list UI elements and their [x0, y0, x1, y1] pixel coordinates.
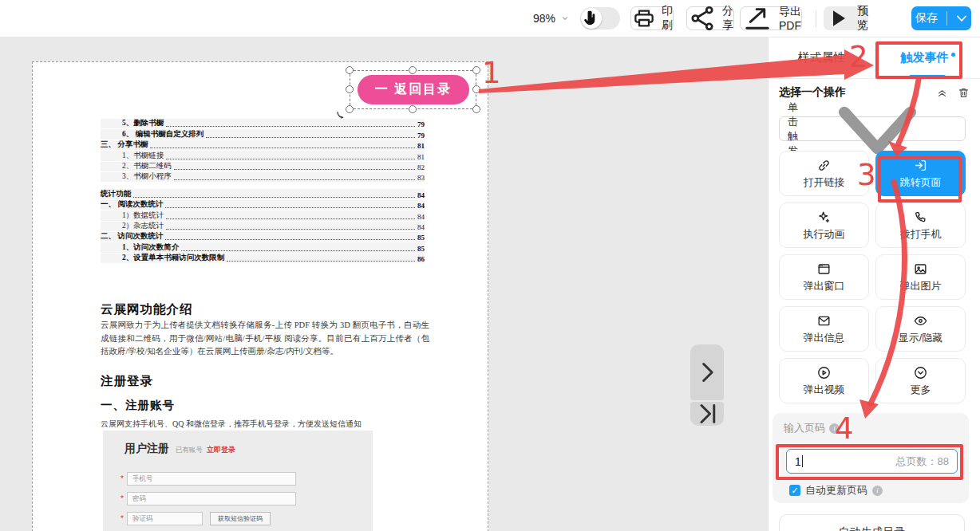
action-tile[interactable]: 弹出视频 [779, 358, 869, 403]
toc-entry-page: 84 [417, 191, 425, 199]
print-button[interactable]: 印刷 [630, 6, 674, 30]
action-tile-label: 显示/隐藏 [899, 331, 943, 345]
action-tile[interactable]: 弹出图片 [875, 254, 966, 300]
action-tile[interactable]: 弹出信息 [779, 306, 869, 352]
save-button[interactable]: 保存 [911, 6, 971, 30]
toc-entry: 5、删除书橱 79 [101, 119, 425, 128]
action-tile[interactable]: 显示/隐藏 [875, 306, 966, 352]
toc-entry-page: 81 [417, 142, 425, 150]
trigger-type-select[interactable]: 单击触发 [779, 116, 966, 141]
toc-leader-dots [181, 250, 415, 251]
action-tile-label: 更多 [911, 383, 931, 397]
document-page: 5、删除书橱 79 6、 编辑书橱自定义排列 79 三、 分享书橱 81 [32, 61, 488, 531]
intro-paragraph: 云展网致力于为上传者提供文档转换存储服务-上传 PDF 转换为 3D 翻页电子书… [101, 319, 429, 359]
selection-handle-nw[interactable] [346, 66, 354, 74]
action-tile-label: 打开链接 [804, 175, 845, 190]
toc-entry-page: 85 [417, 234, 425, 242]
toc-leader-dots [166, 159, 415, 159]
toc-leader-dots [174, 179, 415, 180]
toc-entry-label: 1）数据统计 [122, 210, 164, 221]
selection-handle-e[interactable] [472, 85, 480, 93]
register-sub-heading: 一、注册账号 [101, 398, 175, 413]
delete-action-icon[interactable] [957, 86, 970, 100]
action-tile-label: 弹出窗口 [804, 279, 845, 293]
intro-heading: 云展网功能介绍 [101, 301, 193, 318]
action-tile[interactable]: 更多 [875, 358, 966, 403]
export-pdf-button[interactable]: 导出PDF [740, 6, 802, 30]
have-account-text: 已有账号 [176, 446, 203, 455]
toc-entry-page: 85 [417, 245, 425, 253]
play-circle-icon [816, 365, 832, 380]
mail-icon [816, 313, 832, 328]
toc-entry: 1、访问次数简介 85 [101, 242, 425, 252]
phone-field: 手机号 [127, 472, 296, 486]
toc-leader-dots [166, 218, 415, 219]
toc-entry-label: 统计功能 [101, 189, 131, 199]
export-icon [741, 2, 774, 35]
action-tile[interactable]: 跳转页面 [875, 151, 966, 196]
toc-entry-page: 79 [417, 132, 425, 140]
info-icon: i [872, 486, 883, 496]
zoom-level-dropdown[interactable]: 98% [533, 6, 570, 30]
selection-handle-w[interactable] [346, 85, 354, 93]
selection-handle-se[interactable] [472, 105, 480, 113]
back-to-toc-button[interactable]: 一 返回目录 [358, 75, 469, 104]
action-tile[interactable]: 拨打手机 [875, 203, 966, 248]
toc-entry: 3、书橱小程序 83 [101, 172, 425, 182]
next-page-button[interactable] [690, 344, 724, 400]
total-pages-label: 总页数：88 [896, 454, 949, 469]
auto-generate-toc-button[interactable]: 自动生成目录 [779, 514, 965, 531]
zoom-level-value: 98% [533, 12, 555, 25]
last-page-button[interactable] [690, 402, 724, 426]
form-title: 用户注册 [124, 442, 169, 456]
selection-handle-s[interactable] [409, 105, 417, 113]
required-asterisk: * [121, 494, 127, 503]
toc-entry: 统计功能 84 [101, 189, 425, 199]
rotate-handle-icon[interactable] [335, 110, 350, 124]
toc-entry: 2、书橱二维码 82 [101, 162, 425, 171]
save-dropdown-caret[interactable] [952, 9, 971, 28]
action-tile-label: 弹出图片 [900, 279, 942, 293]
sparkle-icon [816, 210, 832, 225]
action-tile-label: 拨打手机 [900, 227, 942, 242]
register-heading: 注册登录 [101, 373, 153, 390]
editor-canvas: 5、删除书橱 79 6、 编辑书橱自定义排列 79 三、 分享书橱 81 [0, 37, 768, 531]
auto-update-checkbox[interactable]: ✓ [789, 485, 800, 496]
auto-update-label: 自动更新页码 [805, 483, 867, 498]
page-number-panel: 输入页码 i 1 总页数：88 ✓ 自动更新页码 i [773, 413, 969, 503]
selection-handle-ne[interactable] [472, 66, 480, 74]
image-icon [913, 262, 928, 277]
page-number-value: 1 [795, 455, 801, 468]
chevron-down-icon [560, 14, 570, 23]
hand-mode-toggle[interactable] [580, 7, 620, 30]
printer-icon [631, 6, 657, 31]
toc-entry-page: 86 [417, 255, 425, 263]
toggle-knob [581, 8, 602, 29]
toc-entry-label: 1、访问次数简介 [122, 242, 179, 253]
toc-leader-dots [174, 169, 415, 170]
toc-leader-dots [166, 229, 415, 230]
toc-entry-page: 81 [417, 153, 425, 161]
share-button[interactable]: 分享 [686, 6, 734, 30]
trash-icon [957, 86, 970, 100]
toc-entry: 6、 编辑书橱自定义排列 79 [101, 129, 425, 139]
registration-form-screenshot: 用户注册 已有账号 立即登录 * 手机号 * 密码 * 验证码 获取短信验证码 [103, 431, 373, 531]
next-page-icon [690, 356, 724, 389]
password-field: 密码 [127, 492, 296, 505]
jump-page-icon [913, 158, 928, 173]
selection-handle-n[interactable] [409, 66, 417, 74]
share-icon [687, 3, 717, 33]
toc: 5、删除书橱 79 6、 编辑书橱自定义排列 79 三、 分享书橱 81 [101, 119, 425, 264]
action-tile-label: 跳转页面 [900, 175, 942, 190]
preview-button[interactable]: 预览 [824, 6, 868, 30]
action-tile[interactable]: 执行动画 [779, 203, 869, 248]
toc-entry-label: 5、删除书橱 [122, 118, 164, 128]
toc-entry-label: 1、书橱链接 [122, 151, 164, 161]
action-tile[interactable]: 打开链接 [779, 151, 869, 196]
last-page-icon [690, 397, 724, 431]
action-tile[interactable]: 弹出窗口 [779, 254, 869, 300]
toc-entry: 1、书橱链接 81 [101, 151, 425, 160]
trigger-type-value: 单击触发 [788, 100, 798, 158]
page-number-input[interactable]: 1 总页数：88 [786, 449, 958, 474]
action-tile-label: 弹出信息 [804, 331, 845, 345]
